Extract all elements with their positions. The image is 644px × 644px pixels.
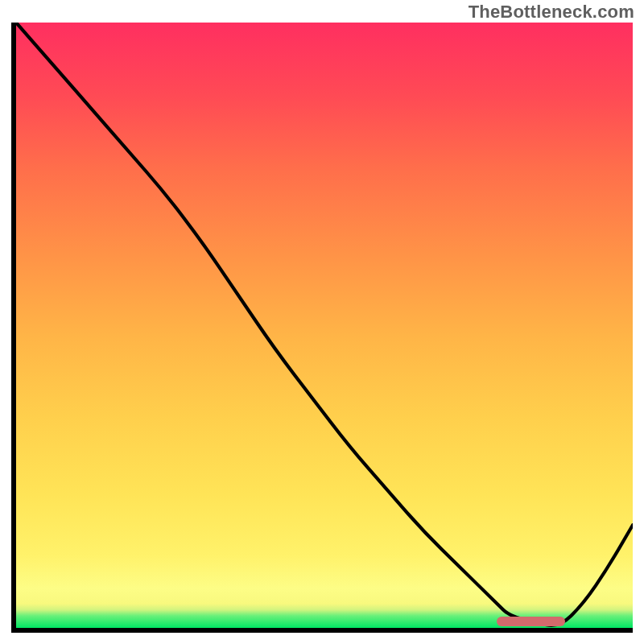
chart-container: TheBottleneck.com [0, 0, 644, 644]
optimal-range-marker [497, 617, 564, 626]
bottleneck-curve [16, 23, 633, 628]
attribution-text: TheBottleneck.com [469, 2, 634, 23]
plot-area [11, 23, 633, 633]
